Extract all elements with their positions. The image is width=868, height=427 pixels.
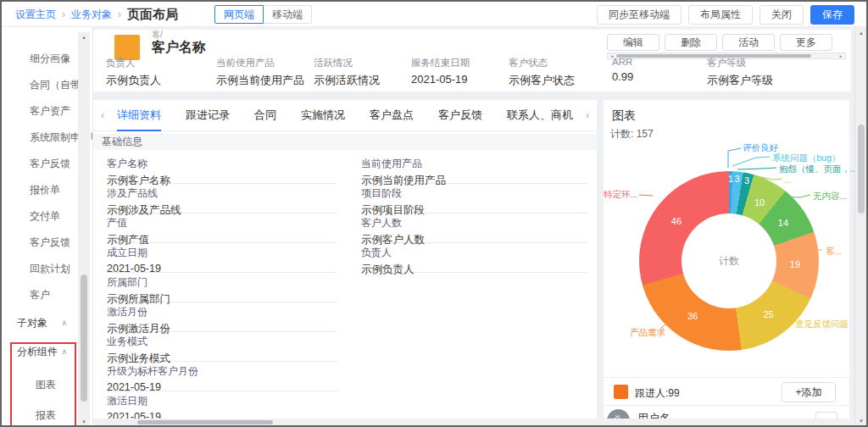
topbar-button[interactable]: 布局属性: [688, 5, 753, 25]
donut-segment-label: 意见反馈问题: [795, 319, 849, 330]
form-field-label: 升级为标杆客户月份: [107, 364, 337, 379]
scroll-up-icon[interactable]: ▲: [855, 30, 867, 36]
app-window: 设置主页›业务对象›页面布局 网页端移动端 同步至移动端布局属性关闭保存 细分画…: [0, 0, 868, 427]
tab-item[interactable]: 联系人、商机: [507, 100, 573, 131]
tabbar: ‹ 详细资料跟进记录合同实施情况客户盘点客户反馈联系人、商机 ›: [93, 100, 597, 131]
form-field[interactable]: 升级为标杆客户月份2021-05-19: [107, 362, 337, 391]
main-scrollbar-thumb[interactable]: [858, 125, 865, 214]
donut-center-label: 计数: [719, 254, 739, 269]
device-tab-inactive[interactable]: 移动端: [264, 5, 312, 24]
form-field-label: 客户名称: [107, 157, 337, 171]
header-field: 活跃情况示例活跃情况: [314, 57, 380, 88]
donut-value-label: 3: [735, 174, 740, 184]
donut-segment-label: ...: [784, 175, 792, 185]
header-field-label: ARR: [612, 57, 633, 67]
tabs-prev-icon[interactable]: ‹: [93, 109, 112, 121]
follower-row: 跟进人:99 +添加: [604, 377, 849, 405]
form-field[interactable]: 负责人示例负责人: [361, 243, 588, 273]
breadcrumb-item[interactable]: 业务对象: [71, 8, 112, 22]
donut-segment-label: 特定环...: [604, 189, 637, 201]
scroll-down-icon[interactable]: ▼: [78, 419, 90, 424]
form-column-right: 当前使用产品示例当前使用产品项目阶段示例项目阶段客户人数示例客户人数负责人示例负…: [361, 154, 588, 273]
record-action-button[interactable]: 更多: [780, 34, 832, 51]
bottom-scrollbar[interactable]: [93, 419, 851, 425]
form-field-label: 激活月份: [107, 305, 337, 319]
form-field[interactable]: 涉及产品线示例涉及产品线: [107, 184, 337, 214]
tab-item[interactable]: 合同: [254, 100, 276, 131]
form-field[interactable]: 激活日期2021-05-19: [107, 391, 337, 420]
header-field-label: 客户等级: [707, 57, 773, 69]
header-field: 服务结束日期2021-05-19: [411, 57, 470, 86]
donut-value-label: 1: [728, 174, 733, 184]
topbar-button[interactable]: 同步至移动端: [597, 5, 682, 25]
form-field-label: 所属部门: [107, 275, 337, 290]
form-field-label: 项目阶段: [361, 186, 588, 201]
form-field-label: 涉及产品线: [107, 186, 337, 201]
tab-active[interactable]: 详细资料: [117, 100, 161, 131]
topbar: 设置主页›业务对象›页面布局 网页端移动端 同步至移动端布局属性关闭保存: [2, 2, 866, 27]
form-field[interactable]: 产值示例产值: [107, 214, 337, 243]
header-field-label: 当前使用产品: [216, 57, 304, 69]
tab-item[interactable]: 跟进记录: [186, 100, 230, 131]
donut-value-label: 46: [671, 216, 682, 226]
tab-item[interactable]: 客户反馈: [438, 100, 482, 131]
header-field-value: 示例活跃情况: [314, 73, 380, 88]
tab-item[interactable]: 客户盘点: [370, 100, 414, 131]
breadcrumb-item[interactable]: 设置主页: [15, 8, 56, 22]
leader-line: [737, 168, 776, 169]
form-field[interactable]: 业务模式示例业务模式: [107, 332, 337, 362]
form-field[interactable]: 客户人数示例客户人数: [361, 214, 588, 243]
form-field[interactable]: 所属部门示例所属部门: [107, 273, 337, 302]
donut-value-label: 25: [763, 309, 773, 319]
donut-chart[interactable]: 计数 133101419253646: [639, 171, 819, 351]
form-field[interactable]: 成立日期2021-05-19: [107, 243, 337, 273]
record-action-button[interactable]: 删除: [665, 34, 717, 51]
record-header-card: 客/ 客户名称 负责人示例负责人当前使用产品示例当前使用产品活跃情况示例活跃情况…: [93, 30, 851, 92]
scroll-right-icon[interactable]: ▸: [837, 53, 844, 58]
form-field[interactable]: 客户名称示例客户名称: [107, 154, 337, 184]
sidebar-scrollbar-thumb[interactable]: [81, 274, 87, 402]
bottom-scrollbar-thumb[interactable]: [137, 420, 273, 424]
add-button[interactable]: +添加: [782, 382, 836, 402]
donut-value-label: 36: [687, 311, 698, 321]
record-action-button[interactable]: 编辑: [607, 34, 659, 51]
main-scrollbar[interactable]: ▲ ▼: [854, 27, 866, 427]
form-field-label: 负责人: [361, 246, 588, 260]
form-field[interactable]: 项目阶段示例项目阶段: [361, 184, 588, 214]
breadcrumb-separator: ›: [62, 8, 65, 20]
scroll-down-icon[interactable]: ▼: [855, 419, 867, 424]
device-toggle: 网页端移动端: [214, 5, 312, 24]
follower-label: 跟进人:99: [635, 386, 680, 401]
donut-segment-label: 抱怨（慢、页面，...: [779, 164, 858, 175]
record-title: 客户名称: [152, 39, 206, 57]
save-button[interactable]: 保存: [810, 5, 854, 25]
sidebar-scrollbar[interactable]: ▲ ▼: [78, 32, 90, 427]
collapse-icon[interactable]: ∧: [61, 337, 67, 366]
form-section-title: 基础信息: [93, 134, 597, 150]
header-field-value: 示例当前使用产品: [216, 73, 304, 88]
header-field-value: 2021-05-19: [411, 73, 470, 86]
tab-item[interactable]: 实施情况: [301, 100, 345, 131]
breadcrumb-item: 页面布局: [127, 7, 178, 23]
follower-icon: [614, 385, 628, 399]
header-field: 客户状态示例客户状态: [509, 57, 575, 88]
chart-count: 计数: 157: [610, 127, 654, 141]
form-column-left: 客户名称示例客户名称涉及产品线示例涉及产品线产值示例产值成立日期2021-05-…: [107, 154, 337, 420]
scroll-up-icon[interactable]: ▲: [78, 35, 90, 40]
form-field[interactable]: 当前使用产品示例当前使用产品: [361, 154, 588, 184]
form-field-label: 激活日期: [107, 394, 337, 408]
topbar-button[interactable]: 关闭: [760, 5, 804, 25]
donut-value-label: 10: [754, 197, 765, 208]
record-action-button[interactable]: 活动: [722, 34, 775, 51]
tabs-next-icon[interactable]: ›: [578, 109, 597, 121]
header-field: 负责人示例负责人: [106, 57, 161, 88]
device-tab-active[interactable]: 网页端: [214, 5, 264, 24]
form-field-label: 业务模式: [107, 335, 337, 349]
donut-value-label: 3: [744, 175, 749, 186]
donut-segment-label: 产品需求: [630, 327, 665, 339]
form-field[interactable]: 激活月份示例激活月份: [107, 302, 337, 332]
collapse-icon[interactable]: ∧: [61, 308, 67, 337]
chart-title: 图表: [612, 108, 636, 124]
leader-line: [732, 157, 770, 166]
detail-card: ‹ 详细资料跟进记录合同实施情况客户盘点客户反馈联系人、商机 › 基础信息 客户…: [93, 100, 597, 420]
